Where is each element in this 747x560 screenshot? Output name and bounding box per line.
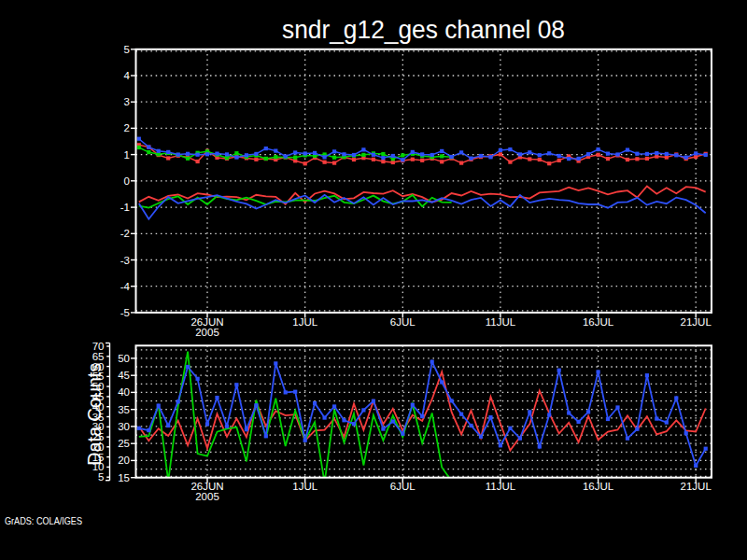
svg-text:11JUL: 11JUL	[486, 481, 516, 492]
svg-text:11JUL: 11JUL	[486, 316, 516, 328]
svg-text:1: 1	[124, 149, 130, 161]
svg-text:40: 40	[118, 386, 130, 398]
svg-text:21JUL: 21JUL	[681, 316, 712, 328]
svg-text:-1: -1	[120, 202, 130, 213]
svg-text:4: 4	[124, 70, 131, 81]
svg-text:2: 2	[124, 122, 130, 133]
svg-text:2005: 2005	[195, 327, 219, 338]
svg-text:1JUL: 1JUL	[292, 481, 317, 492]
svg-text:0: 0	[124, 175, 130, 187]
svg-text:30: 30	[118, 421, 130, 432]
svg-text:-2: -2	[120, 228, 130, 239]
svg-text:Data Counts: Data Counts	[85, 363, 106, 466]
svg-text:5: 5	[98, 471, 104, 483]
svg-text:50: 50	[118, 353, 130, 364]
svg-text:21JUL: 21JUL	[681, 481, 712, 492]
svg-text:1JUL: 1JUL	[292, 316, 317, 328]
svg-text:25: 25	[118, 438, 130, 449]
svg-text:20: 20	[118, 455, 130, 466]
svg-text:45: 45	[118, 370, 130, 381]
svg-text:2005: 2005	[195, 491, 219, 502]
svg-text:5: 5	[124, 44, 130, 55]
svg-text:3: 3	[124, 96, 130, 107]
svg-text:-5: -5	[120, 307, 130, 318]
svg-text:GrADS: COLA/IGES: GrADS: COLA/IGES	[5, 515, 82, 526]
svg-text:15: 15	[118, 472, 130, 483]
svg-text:35: 35	[118, 404, 130, 415]
svg-text:-4: -4	[120, 281, 131, 292]
svg-text:6JUL: 6JUL	[390, 316, 416, 328]
svg-text:sndr_g12_ges channel 08: sndr_g12_ges channel 08	[282, 16, 565, 44]
svg-text:16JUL: 16JUL	[583, 316, 614, 328]
svg-text:6JUL: 6JUL	[390, 481, 416, 492]
svg-text:65: 65	[92, 351, 105, 362]
svg-text:16JUL: 16JUL	[583, 481, 614, 492]
svg-text:70: 70	[92, 341, 105, 352]
svg-text:-3: -3	[120, 255, 130, 266]
